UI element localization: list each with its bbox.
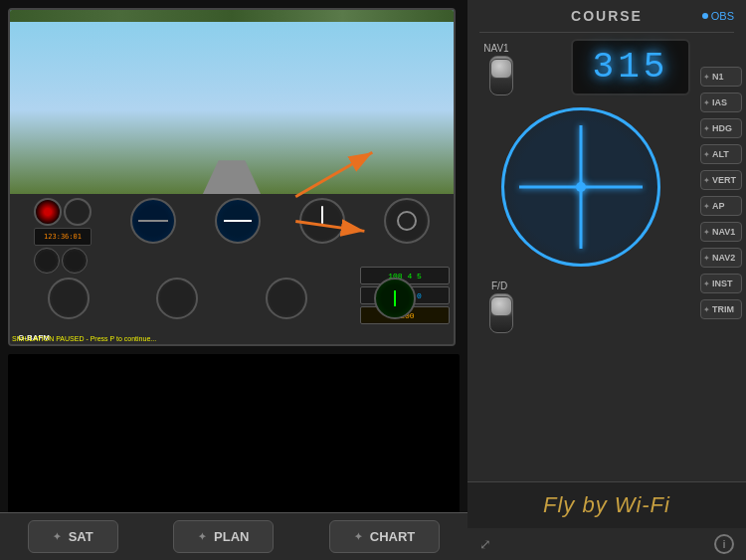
instruments-row-1: 123:36:01 <box>10 194 454 276</box>
svg-line-2 <box>295 152 372 196</box>
btn-alt[interactable]: ✦ ALT <box>700 144 742 164</box>
left-panel: 123:36:01 <box>0 0 467 560</box>
instr-turn <box>48 278 90 319</box>
obs-label: OBS <box>702 10 734 22</box>
tab-plan-label: PLAN <box>214 529 249 544</box>
paused-text: SIMULATION PAUSED - Press P to continue.… <box>12 335 156 342</box>
tab-chart-label: CHART <box>370 529 416 544</box>
sim-screenshot: 123:36:01 <box>8 8 456 346</box>
btn-vert[interactable]: ✦ VERT <box>700 170 742 190</box>
instr-dme <box>156 278 198 319</box>
bottom-tabs: ✦ SAT ✦ PLAN ✦ CHART <box>0 512 467 560</box>
sat-star: ✦ <box>53 531 61 542</box>
instr-volt <box>34 198 62 226</box>
nav1-toggle[interactable] <box>489 56 513 95</box>
instrument-panel: 123:36:01 <box>10 194 454 344</box>
right-content: NAV1 315 F/D <box>467 33 746 481</box>
btn-ias[interactable]: ✦ IAS <box>700 93 742 112</box>
tab-sat-label: SAT <box>69 529 93 544</box>
obs-dot <box>702 13 708 19</box>
tab-sat[interactable]: ✦ SAT <box>28 520 118 553</box>
instr-amp <box>64 198 92 226</box>
fd-knob <box>490 296 512 316</box>
btn-nav2[interactable]: ✦ NAV2 <box>700 248 742 268</box>
tab-chart[interactable]: ✦ CHART <box>329 520 441 553</box>
nav1-knob <box>490 59 512 79</box>
instr-vsi <box>266 278 307 319</box>
btn-trim[interactable]: ✦ TRIM <box>700 299 742 319</box>
expand-icon[interactable]: ⤢ <box>479 536 491 552</box>
fd-toggle[interactable] <box>489 293 513 333</box>
btn-hdg[interactable]: ✦ HDG <box>700 118 742 138</box>
cdi-circle[interactable] <box>501 107 660 267</box>
instruments-row-2 <box>10 276 454 321</box>
cdi-center-dot <box>576 182 586 192</box>
right-buttons: ✦ N1 ✦ IAS ✦ HDG ✦ ALT ✦ VERT ✦ AP <box>696 63 746 323</box>
course-display: 315 <box>571 39 690 95</box>
instr-horizon <box>215 198 261 244</box>
treeline <box>10 10 454 22</box>
fd-label: F/D <box>479 279 682 291</box>
info-icon[interactable]: i <box>714 534 734 554</box>
nav1-row: NAV1 315 <box>467 33 694 99</box>
fly-wifi-label: Fly by Wi-Fi <box>481 492 732 518</box>
plan-star: ✦ <box>198 531 206 542</box>
instr-sm2 <box>62 248 88 274</box>
right-panel: COURSE OBS NAV1 315 <box>467 0 746 560</box>
tab-plan[interactable]: ✦ PLAN <box>173 520 274 553</box>
chart-star: ✦ <box>354 531 362 542</box>
nav1-label: NAV1 <box>483 43 508 54</box>
course-header: COURSE OBS <box>467 0 746 32</box>
btn-n1[interactable]: ✦ N1 <box>700 67 742 87</box>
instr-sm1 <box>34 248 60 274</box>
right-bottom: Fly by Wi-Fi <box>467 481 746 528</box>
cdi-inner <box>504 110 657 264</box>
btn-ap[interactable]: ✦ AP <box>700 196 742 216</box>
right-footer: ⤢ i <box>467 528 746 560</box>
instr-vor <box>374 278 416 319</box>
cdi-container <box>467 99 694 275</box>
fd-section: F/D <box>467 275 694 337</box>
instr-altimeter <box>299 198 345 244</box>
cockpit-view: 123:36:01 <box>10 10 454 344</box>
btn-nav1[interactable]: ✦ NAV1 <box>700 222 742 242</box>
course-value: 315 <box>589 47 672 88</box>
btn-inst[interactable]: ✦ INST <box>700 274 742 293</box>
instr-heading <box>384 198 430 244</box>
instr-attitude <box>130 198 176 244</box>
course-title: COURSE <box>479 8 734 24</box>
